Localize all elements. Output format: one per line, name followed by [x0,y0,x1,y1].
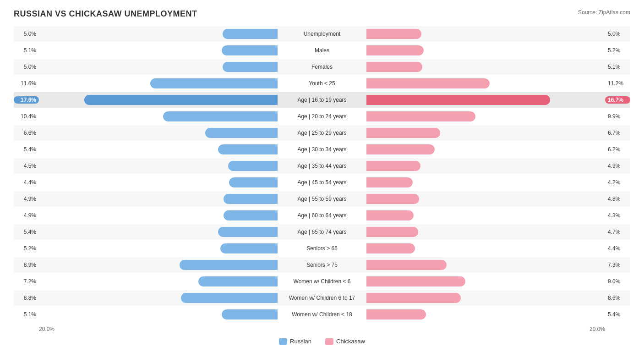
bars-area: Age | 25 to 29 years [39,125,605,141]
bar-row: 5.2% Seniors > 65 4.4% [14,241,630,256]
center-label: Age | 60 to 64 years [278,212,366,219]
left-bar-container [39,78,278,88]
axis-row: 20.0% 20.0% [14,326,630,332]
left-value: 5.0% [14,64,39,70]
left-value: 5.2% [14,245,39,252]
left-bar [222,45,278,55]
center-label: Unemployment [278,31,366,37]
bar-row: 10.4% Age | 20 to 24 years 9.9% [14,109,630,124]
left-bar-container [39,227,278,237]
legend-label-chickasaw: Chickasaw [336,338,365,345]
left-bar-container [39,293,278,303]
bar-row: 4.5% Age | 35 to 44 years 4.9% [14,158,630,174]
right-value: 4.3% [605,212,630,219]
left-bar [228,161,278,171]
left-value: 8.8% [14,295,39,301]
row-inner: 4.5% Age | 35 to 44 years 4.9% [14,158,630,174]
bars-area: Age | 45 to 54 years [39,175,605,190]
right-bar-container [366,194,605,204]
bars-area: Males [39,43,605,58]
right-bar-container [366,309,605,319]
left-bar-container [39,111,278,121]
left-bar [223,29,278,39]
left-bar [150,78,278,88]
row-inner: 8.9% Seniors > 75 7.3% [14,257,630,273]
right-bar [366,111,475,121]
right-value: 11.2% [605,80,630,87]
right-bar [366,128,440,138]
bars-area: Youth < 25 [39,76,605,91]
left-bar-container [39,161,278,171]
row-inner: 5.0% Unemployment 5.0% [14,26,630,42]
chart-container: RUSSIAN VS CHICKASAW UNEMPLOYMENT Source… [0,0,644,347]
left-bar-container [39,128,278,138]
bars-area: Age | 35 to 44 years [39,158,605,174]
row-inner: 4.4% Age | 45 to 54 years 4.2% [14,175,630,190]
right-bar-container [366,260,605,270]
left-value: 8.9% [14,262,39,268]
right-bar-container [366,177,605,187]
left-bar [220,243,278,253]
left-value: 4.4% [14,179,39,186]
bar-row: 7.2% Women w/ Children < 6 9.0% [14,274,630,289]
row-inner: 4.9% Age | 60 to 64 years 4.3% [14,208,630,223]
row-inner: 6.6% Age | 25 to 29 years 6.7% [14,125,630,141]
left-bar-container [39,309,278,319]
left-value: 17.6% [14,96,39,104]
bar-row: 6.6% Age | 25 to 29 years 6.7% [14,125,630,141]
row-inner: 8.8% Women w/ Children 6 to 17 8.6% [14,290,630,306]
row-inner: 5.1% Women w/ Children < 18 5.4% [14,307,630,322]
center-label: Age | 25 to 29 years [278,130,366,136]
left-bar-container [39,29,278,39]
legend-label-russian: Russian [290,338,311,345]
axis-label-right: 20.0% [589,326,605,332]
right-bar [366,276,465,286]
right-bar-container [366,45,605,55]
bar-row: 8.8% Women w/ Children 6 to 17 8.6% [14,290,630,306]
bar-row: 5.4% Age | 30 to 34 years 6.2% [14,142,630,157]
right-bar [366,309,426,319]
bar-row: 8.9% Seniors > 75 7.3% [14,257,630,273]
right-bar [366,260,447,270]
right-bar-container [366,95,605,105]
left-bar-container [39,144,278,154]
left-bar-container [39,62,278,72]
center-label: Males [278,47,366,54]
bars-area: Women w/ Children < 18 [39,307,605,322]
row-inner: 5.1% Males 5.2% [14,43,630,58]
bars-area: Seniors > 65 [39,241,605,256]
right-bar-container [366,243,605,253]
left-value: 4.9% [14,196,39,202]
bar-row: 4.9% Age | 60 to 64 years 4.3% [14,208,630,223]
bar-row: 5.4% Age | 65 to 74 years 4.7% [14,224,630,240]
left-bar [229,177,278,187]
right-bar-container [366,227,605,237]
legend-box-russian [279,338,287,345]
left-bar-container [39,243,278,253]
bars-area: Age | 20 to 24 years [39,109,605,124]
right-value: 4.9% [605,163,630,169]
right-bar [366,210,414,220]
left-value: 4.5% [14,163,39,169]
bars-area: Females [39,59,605,75]
row-inner: 5.4% Age | 65 to 74 years 4.7% [14,224,630,240]
right-bar [366,194,419,204]
bars-area: Age | 30 to 34 years [39,142,605,157]
left-bar [223,62,278,72]
left-bar-container [39,210,278,220]
bar-row: 4.9% Age | 55 to 59 years 4.8% [14,191,630,207]
right-value: 5.1% [605,64,630,70]
left-bar-container [39,194,278,204]
bars-area: Age | 55 to 59 years [39,191,605,207]
right-value: 9.9% [605,113,630,120]
left-value: 6.6% [14,130,39,136]
right-value: 5.4% [605,311,630,318]
right-value: 4.4% [605,245,630,252]
right-value: 4.7% [605,229,630,235]
left-bar-container [39,45,278,55]
legend-chickasaw: Chickasaw [325,338,365,345]
bar-row: 5.1% Males 5.2% [14,43,630,58]
left-value: 5.1% [14,311,39,318]
right-value: 5.0% [605,31,630,37]
row-inner: 7.2% Women w/ Children < 6 9.0% [14,274,630,289]
